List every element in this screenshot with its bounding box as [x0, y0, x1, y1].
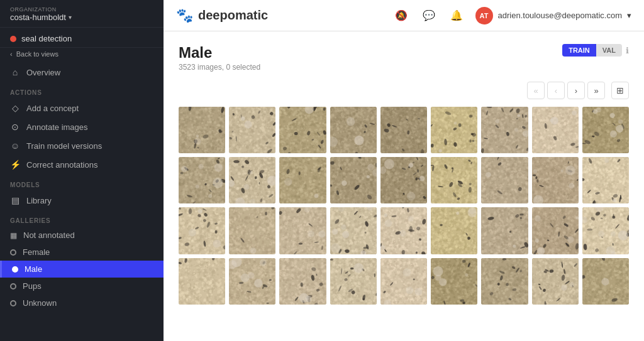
grid-view-toggle[interactable]: ⊞	[611, 82, 629, 99]
org-label: ORGANIZATION	[10, 6, 153, 13]
image-cell[interactable]	[380, 258, 427, 305]
logo-icon: 🐾	[176, 8, 193, 24]
image-cell[interactable]	[179, 207, 225, 254]
image-cell[interactable]	[431, 207, 477, 254]
image-cell[interactable]	[330, 157, 377, 203]
nav-item-correct[interactable]: ⚡ Correct annotations	[0, 155, 164, 174]
logo: 🐾 deepomatic	[176, 8, 268, 24]
image-cell[interactable]	[481, 157, 528, 203]
info-icon[interactable]: ℹ	[626, 46, 629, 55]
gallery-item-unknown[interactable]: Unknown	[0, 295, 164, 311]
user-menu[interactable]: AT adrien.toulouse@deepomatic.com ▾	[475, 7, 631, 24]
home-icon: ⌂	[10, 67, 20, 77]
image-cell[interactable]	[481, 258, 528, 305]
concept-icon: ◇	[10, 103, 20, 113]
bell-icon[interactable]: 🔔	[448, 7, 465, 24]
galleries-section-label: GALLERIES	[0, 210, 164, 227]
page-title-group: Male 3523 images, 0 selected	[179, 44, 260, 72]
image-cell[interactable]	[380, 207, 427, 254]
image-cell[interactable]	[279, 157, 326, 203]
controls-bar: « ‹ › » ⊞	[179, 82, 629, 99]
topbar: 🐾 deepomatic 🔕 💬 🔔 AT adrien.toulouse@de…	[164, 0, 644, 31]
male-dot	[12, 266, 18, 273]
image-cell[interactable]	[179, 107, 225, 153]
val-badge[interactable]: VAL	[596, 44, 622, 57]
image-cell[interactable]	[330, 258, 377, 305]
avatar: AT	[475, 7, 493, 24]
page-title: Male	[179, 44, 260, 62]
image-cell[interactable]	[582, 258, 629, 305]
org-name[interactable]: costa-humboldt ▾	[10, 13, 153, 22]
image-cell[interactable]	[582, 107, 629, 153]
image-grid	[179, 107, 629, 305]
back-arrow-icon: ‹	[10, 50, 13, 58]
nav-item-library[interactable]: ▤ Library	[0, 191, 164, 210]
unknown-dot	[10, 300, 16, 306]
org-section: ORGANIZATION costa-humboldt ▾	[0, 0, 164, 28]
nav-item-annotate[interactable]: ⊙ Annotate images	[0, 117, 164, 136]
train-val-group: TRAIN VAL ℹ	[562, 44, 629, 57]
content-area: Male 3523 images, 0 selected TRAIN VAL ℹ…	[164, 31, 644, 341]
chevron-down-icon: ▾	[69, 14, 72, 21]
image-cell[interactable]	[179, 258, 225, 305]
image-cell[interactable]	[279, 207, 326, 254]
image-cell[interactable]	[330, 107, 377, 153]
image-cell[interactable]	[229, 207, 275, 254]
image-cell[interactable]	[229, 107, 275, 153]
notifications-disabled-icon[interactable]: 🔕	[392, 7, 410, 24]
not-annotated-icon: ▦	[10, 231, 17, 240]
nav-item-train[interactable]: ☺ Train model versions	[0, 136, 164, 155]
image-cell[interactable]	[532, 258, 579, 305]
project-section: seal detection	[0, 28, 164, 48]
image-cell[interactable]	[431, 258, 477, 305]
first-page-button[interactable]: «	[527, 82, 545, 99]
prev-page-button[interactable]: ‹	[547, 82, 565, 99]
gallery-item-male[interactable]: Male	[0, 261, 164, 278]
project-name: seal detection	[21, 34, 72, 43]
page-header: Male 3523 images, 0 selected TRAIN VAL ℹ	[179, 44, 629, 72]
image-cell[interactable]	[532, 107, 579, 153]
gallery-item-female[interactable]: Female	[0, 244, 164, 261]
pups-dot	[10, 283, 16, 290]
female-dot	[10, 249, 16, 256]
image-cell[interactable]	[279, 258, 326, 305]
sidebar-nav: ⌂ Overview ACTIONS ◇ Add a concept ⊙ Ann…	[0, 63, 164, 317]
annotate-icon: ⊙	[10, 122, 20, 132]
train-val-badges: TRAIN VAL	[562, 44, 622, 57]
correct-icon: ⚡	[10, 160, 20, 170]
image-cell[interactable]	[431, 157, 477, 203]
image-cell[interactable]	[179, 157, 225, 203]
train-icon: ☺	[10, 141, 20, 151]
back-link[interactable]: ‹ Back to views	[0, 48, 164, 63]
image-cell[interactable]	[380, 107, 427, 153]
train-badge[interactable]: TRAIN	[562, 44, 596, 57]
image-cell[interactable]	[431, 107, 477, 153]
image-cell[interactable]	[582, 157, 629, 203]
image-cell[interactable]	[532, 207, 579, 254]
user-chevron-icon: ▾	[627, 11, 631, 20]
image-cell[interactable]	[330, 207, 377, 254]
image-cell[interactable]	[229, 258, 275, 305]
sidebar: ORGANIZATION costa-humboldt ▾ seal detec…	[0, 0, 164, 341]
image-cell[interactable]	[229, 157, 275, 203]
gallery-item-pups[interactable]: Pups	[0, 278, 164, 295]
image-cell[interactable]	[279, 107, 326, 153]
actions-section-label: ACTIONS	[0, 82, 164, 99]
main-panel: 🐾 deepomatic 🔕 💬 🔔 AT adrien.toulouse@de…	[164, 0, 644, 341]
nav-item-overview[interactable]: ⌂ Overview	[0, 63, 164, 82]
project-dot	[10, 36, 16, 42]
page-subtitle: 3523 images, 0 selected	[179, 63, 260, 72]
image-cell[interactable]	[481, 107, 528, 153]
nav-item-add-concept[interactable]: ◇ Add a concept	[0, 99, 164, 117]
next-page-button[interactable]: ›	[567, 82, 585, 99]
last-page-button[interactable]: »	[587, 82, 605, 99]
gallery-item-not-annotated[interactable]: ▦ Not annotated	[0, 227, 164, 244]
topbar-right: 🔕 💬 🔔 AT adrien.toulouse@deepomatic.com …	[392, 7, 631, 24]
chat-icon[interactable]: 💬	[420, 7, 438, 24]
image-cell[interactable]	[532, 157, 579, 203]
models-section-label: MODELS	[0, 174, 164, 191]
library-icon: ▤	[10, 195, 20, 205]
image-cell[interactable]	[582, 207, 629, 254]
image-cell[interactable]	[481, 207, 528, 254]
image-cell[interactable]	[380, 157, 427, 203]
